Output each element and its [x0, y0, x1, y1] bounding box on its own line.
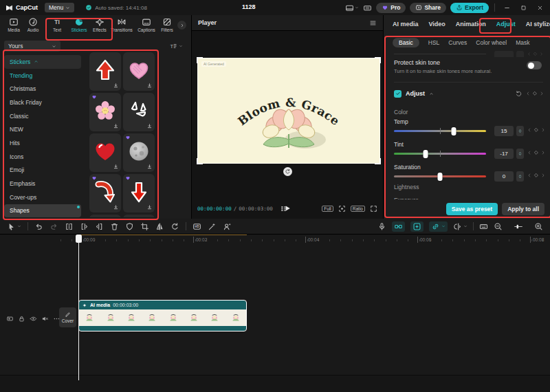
- sticker-pink-flower[interactable]: [89, 93, 121, 131]
- subtab-mask[interactable]: Mask: [516, 38, 529, 47]
- toolbar-trim-left[interactable]: [80, 222, 89, 231]
- inspector-tab-ai-stylize[interactable]: AI stylize: [526, 21, 550, 28]
- close-button[interactable]: [534, 2, 546, 13]
- slider-track[interactable]: [394, 175, 486, 177]
- slider-track[interactable]: [394, 130, 486, 132]
- pro-button[interactable]: Pro: [376, 3, 406, 13]
- download-icon[interactable]: [146, 83, 153, 89]
- download-icon[interactable]: [146, 204, 153, 210]
- toolbar-rotate[interactable]: [170, 222, 179, 231]
- toolbar-ai-person[interactable]: [223, 222, 232, 231]
- sticker-category-stickers[interactable]: Stickers: [4, 55, 81, 69]
- reset-button[interactable]: [515, 90, 522, 98]
- selection-handle[interactable]: [197, 158, 203, 164]
- keyframe-next-icon[interactable]: [540, 173, 546, 178]
- sticker-category-trending[interactable]: Trending: [4, 69, 81, 83]
- media-tab-transitions[interactable]: Transitions: [109, 17, 134, 39]
- apply-to-all-button[interactable]: Apply to all: [502, 203, 544, 215]
- subtab-hsl[interactable]: HSL: [428, 38, 440, 47]
- inspector-tab-adjust[interactable]: Adjust: [496, 21, 516, 28]
- toolbar-zoom-in[interactable]: [534, 222, 543, 231]
- track-thumb-icon[interactable]: [6, 315, 14, 323]
- download-icon[interactable]: [113, 83, 119, 89]
- inspector-tab-animation[interactable]: Animation: [456, 21, 486, 28]
- toolbar-crop[interactable]: [140, 222, 149, 231]
- media-tab-text[interactable]: TI Text: [47, 17, 67, 39]
- keyframe-prev-icon[interactable]: [525, 91, 531, 96]
- value-stepper[interactable]: [516, 171, 524, 182]
- maximize-button[interactable]: [517, 2, 529, 13]
- sticker-red-arrow-down[interactable]: [123, 174, 155, 213]
- toolbar-[interactable]: [28, 222, 28, 230]
- player-control[interactable]: Full: [322, 205, 333, 212]
- toolbar-redo[interactable]: [50, 222, 58, 231]
- sticker-white-shapes[interactable]: [123, 93, 155, 131]
- keyframe-prev-icon[interactable]: [527, 127, 532, 133]
- inspector-tab-ai-media[interactable]: AI media: [393, 21, 419, 28]
- download-icon[interactable]: [113, 204, 119, 210]
- sticker-category-hits[interactable]: Hits: [4, 136, 81, 150]
- player-control[interactable]: [370, 205, 377, 213]
- player-menu-button[interactable]: [369, 19, 377, 27]
- slider-value[interactable]: 0: [494, 171, 514, 182]
- keyframe-next-icon[interactable]: [540, 150, 546, 155]
- toolbar-[interactable]: [473, 222, 474, 230]
- speaker-mute-icon[interactable]: [41, 315, 49, 323]
- toolbar-delete[interactable]: [110, 222, 119, 231]
- slider-value[interactable]: -17: [494, 149, 514, 159]
- toolbar-[interactable]: [186, 222, 186, 230]
- inspector-tab-video[interactable]: Video: [429, 21, 446, 28]
- panel-layout-button[interactable]: [363, 3, 372, 12]
- sticker-category-cover-ups[interactable]: Cover-ups: [4, 190, 81, 204]
- menu-button[interactable]: Menu: [45, 3, 74, 12]
- player-control[interactable]: Ratio: [351, 205, 365, 212]
- media-tab-captions[interactable]: Captions: [136, 17, 157, 39]
- keyframe-next-icon[interactable]: [540, 127, 546, 133]
- keyframe-add-icon[interactable]: [532, 91, 538, 96]
- play-button[interactable]: [283, 204, 292, 213]
- share-button[interactable]: Share: [410, 3, 446, 13]
- download-icon[interactable]: [113, 123, 119, 129]
- sticker-category-christmas[interactable]: Christmas: [4, 82, 81, 96]
- value-stepper[interactable]: [516, 126, 524, 136]
- keyframe-prev-icon[interactable]: [527, 150, 532, 155]
- lock-icon[interactable]: [18, 315, 25, 323]
- sticker-pink-scribble-heart[interactable]: [123, 52, 155, 91]
- keyframe-next-icon[interactable]: [539, 91, 544, 96]
- preview-canvas[interactable]: Bloom & Grace: [197, 58, 380, 164]
- toolbar-select-cursor[interactable]: [7, 222, 21, 231]
- player-control[interactable]: [338, 205, 346, 213]
- media-tab-effects[interactable]: Effects: [90, 17, 109, 39]
- sticker-category-emphasis[interactable]: Emphasis: [4, 177, 81, 190]
- source-dropdown[interactable]: Yours: [4, 41, 60, 52]
- toolbar-mic[interactable]: [377, 222, 386, 231]
- sticker-blank[interactable]: [89, 215, 121, 217]
- toolbar-sparkle-box[interactable]: [410, 221, 424, 232]
- sticker-gray-moon[interactable]: [123, 215, 155, 217]
- subtab-color-wheel[interactable]: Color wheel: [476, 38, 507, 47]
- more-tabs-button[interactable]: [177, 21, 186, 30]
- toolbar-zoom-out[interactable]: [494, 222, 503, 231]
- subtab-basic[interactable]: Basic: [393, 38, 419, 47]
- toolbar-keyboard[interactable]: [479, 222, 488, 231]
- sticker-category-new[interactable]: NEW: [4, 122, 81, 136]
- chevron-up-icon[interactable]: [429, 91, 434, 96]
- toolbar-undo[interactable]: [34, 222, 43, 231]
- slider-value[interactable]: 15: [494, 126, 514, 136]
- toolbar-trim-right[interactable]: [95, 222, 104, 231]
- toolbar-split[interactable]: [65, 222, 74, 231]
- sticker-red-arrow-up[interactable]: [89, 52, 121, 91]
- media-tab-audio[interactable]: Audio: [23, 17, 43, 39]
- cover-button[interactable]: Cover: [59, 307, 76, 327]
- playhead-line[interactable]: [78, 235, 79, 380]
- toolbar-magic-wand[interactable]: [208, 222, 217, 231]
- sticker-category-emoji[interactable]: Emoji: [4, 164, 81, 177]
- media-tab-stickers[interactable]: Stickers: [69, 17, 89, 39]
- slider-track[interactable]: [394, 153, 486, 155]
- playhead-handle[interactable]: [76, 235, 82, 243]
- keyframe-prev-icon[interactable]: [527, 173, 532, 178]
- subtab-curves[interactable]: Curves: [448, 38, 467, 47]
- sticker-category-icons[interactable]: Icons: [4, 150, 81, 164]
- slider-handle[interactable]: [423, 150, 428, 158]
- layout-toggle-button[interactable]: [345, 3, 359, 12]
